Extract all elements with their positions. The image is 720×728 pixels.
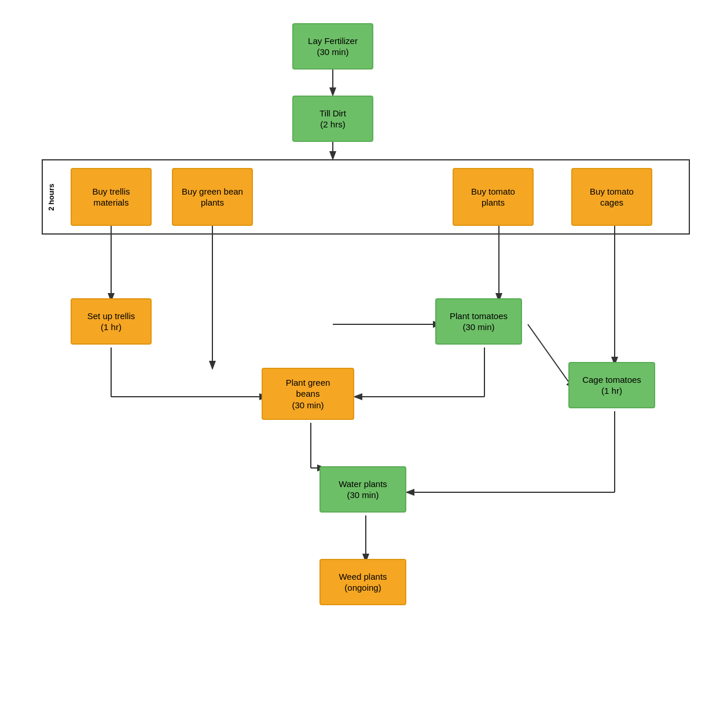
- plant-tomatoes-node: Plant tomatoes(30 min): [435, 298, 522, 345]
- plant-green-beans-label: Plant greenbeans(30 min): [286, 377, 330, 411]
- parallel-label-wrapper: 2 hours: [43, 160, 59, 233]
- cage-tomatoes-node: Cage tomatoes(1 hr): [568, 362, 655, 408]
- buy-tomato-plants-label: Buy tomatoplants: [471, 186, 515, 208]
- weed-plants-node: Weed plants(ongoing): [319, 559, 406, 605]
- buy-green-bean-label: Buy green beanplants: [182, 186, 243, 208]
- svg-line-11: [528, 324, 573, 388]
- till-dirt-node: Till Dirt(2 hrs): [292, 96, 373, 142]
- lay-fertilizer-label: Lay Fertilizer(30 min): [308, 35, 358, 58]
- buy-tomato-cages-label: Buy tomatocages: [590, 186, 634, 208]
- flowchart-diagram: 2 hours Lay Fertilizer(30 min) Till Dirt…: [19, 12, 701, 718]
- set-up-trellis-node: Set up trellis(1 hr): [71, 298, 152, 345]
- buy-trellis-label: Buy trellismaterials: [92, 186, 130, 208]
- lay-fertilizer-node: Lay Fertilizer(30 min): [292, 23, 373, 69]
- buy-trellis-node: Buy trellismaterials: [71, 168, 152, 226]
- weed-plants-label: Weed plants(ongoing): [339, 571, 387, 594]
- buy-green-bean-node: Buy green beanplants: [172, 168, 253, 226]
- water-plants-node: Water plants(30 min): [319, 466, 406, 513]
- plant-green-beans-node: Plant greenbeans(30 min): [262, 368, 354, 420]
- cage-tomatoes-label: Cage tomatoes(1 hr): [582, 374, 641, 397]
- buy-tomato-cages-node: Buy tomatocages: [571, 168, 652, 226]
- plant-tomatoes-label: Plant tomatoes(30 min): [450, 310, 508, 333]
- till-dirt-label: Till Dirt(2 hrs): [319, 108, 346, 130]
- buy-tomato-plants-node: Buy tomatoplants: [453, 168, 534, 226]
- water-plants-label: Water plants(30 min): [339, 478, 387, 501]
- set-up-trellis-label: Set up trellis(1 hr): [87, 310, 135, 333]
- parallel-label: 2 hours: [47, 184, 56, 211]
